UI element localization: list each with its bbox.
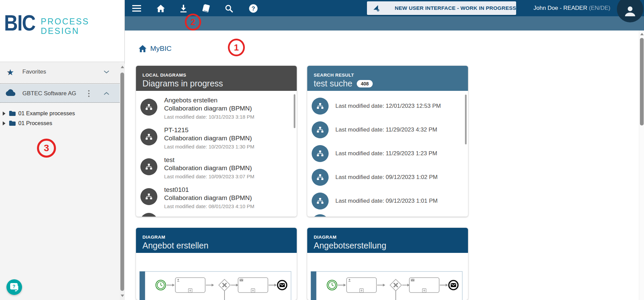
item-date: Last modified date: 09/12/2023 1:02 PM xyxy=(335,169,457,186)
chevron-down-icon[interactable] xyxy=(103,70,110,74)
folder-icon xyxy=(9,111,16,116)
diagram-icon xyxy=(140,128,157,145)
timer-start-event-icon xyxy=(156,280,166,290)
item-type: Collaboration diagram (BPMN) xyxy=(164,194,286,202)
list-item[interactable]: Last modified date: 09/12/2023 1:02 PM xyxy=(312,169,457,186)
favorites-label: Favorites xyxy=(22,68,46,75)
card-category: SEARCH RESULT xyxy=(314,73,354,78)
item-date: Last modified date: 08/01/2023 4:10 PM xyxy=(164,203,286,209)
menu-button[interactable] xyxy=(132,4,141,13)
help-button[interactable]: ? xyxy=(249,4,258,13)
diagram-preview[interactable] xyxy=(139,271,291,300)
timer-start-event-icon xyxy=(327,280,337,290)
sidebar-scrollbar[interactable] xyxy=(120,64,125,300)
item-type: Collaboration diagram (BPMN) xyxy=(164,134,286,142)
list-item[interactable]: PT-1215 Collaboration diagram (BPMN) Las… xyxy=(140,126,286,150)
card-scrollbar-thumb[interactable] xyxy=(294,94,295,128)
list-item[interactable]: Angebots erstellen Collaboration diagram… xyxy=(140,96,286,120)
user-locale: (EN/DE) xyxy=(589,5,610,11)
list-item[interactable]: test Collaboration diagram (BPMN) Last m… xyxy=(140,156,286,180)
diagram-icon xyxy=(140,99,157,116)
app-logo[interactable]: BIC PROCESS DESIGN xyxy=(0,0,124,62)
home-icon xyxy=(138,45,147,53)
send-task-shape xyxy=(409,278,439,293)
breadcrumb[interactable]: MyBIC xyxy=(138,44,172,53)
list-item[interactable]: test0101 Collaboration diagram (BPMN) La… xyxy=(140,186,286,209)
download-icon xyxy=(179,4,188,13)
diagram-icon xyxy=(312,121,329,138)
scroll-down-icon[interactable] xyxy=(121,295,124,297)
search-button[interactable] xyxy=(224,4,234,13)
diagram-icon xyxy=(312,145,329,162)
page-title: MyBIC xyxy=(150,44,172,53)
main-scrollbar-thumb[interactable] xyxy=(640,38,644,125)
diagram-preview[interactable] xyxy=(311,271,463,300)
chevron-up-icon[interactable] xyxy=(103,92,110,95)
chat-icon: ? xyxy=(6,279,22,295)
card-header: DIAGRAM Angebotserstellung xyxy=(307,228,468,253)
diagram-icon xyxy=(140,158,157,175)
menu-icon xyxy=(132,5,141,12)
chat-help-button[interactable]: ? xyxy=(6,279,22,295)
card-search-result: SEARCH RESULT test suche 408 Last modifi… xyxy=(307,66,468,217)
svg-text:?: ? xyxy=(252,5,255,12)
card-category: LOCAL DIAGRAMS xyxy=(142,73,186,78)
send-task-shape xyxy=(238,278,268,293)
bpmn-preview xyxy=(311,271,463,300)
workspace-menu-icon[interactable] xyxy=(88,90,90,98)
card-scrollbar-thumb[interactable] xyxy=(465,95,467,144)
sidebar: BIC PROCESS DESIGN ★ Favorites GBTEC Sof… xyxy=(0,0,125,300)
item-title: test xyxy=(164,156,286,164)
result-count-badge: 408 xyxy=(357,80,373,87)
item-date: Last modified date: 11/29/2023 4:32 PM xyxy=(335,121,457,138)
tree-item-processes[interactable]: 01 Processes xyxy=(0,119,120,128)
sidebar-item-favorites[interactable] xyxy=(0,62,120,84)
list-item[interactable]: Last modified date: 09/12/2023 1:01 PM xyxy=(312,193,457,209)
message-end-event-icon xyxy=(278,281,287,290)
svg-text:?: ? xyxy=(13,284,16,289)
home-button[interactable] xyxy=(156,4,165,13)
expand-arrow-icon[interactable] xyxy=(3,112,5,116)
scroll-up-icon[interactable] xyxy=(640,33,644,35)
card-diagram-angebotserstellung[interactable]: DIAGRAM Angebotserstellung xyxy=(307,228,468,300)
item-date: Last modified date: 09/12/2023 1:01 PM xyxy=(335,193,457,209)
card-header: DIAGRAM Angebot erstellen xyxy=(136,228,297,253)
tree-item-example-processes[interactable]: 01 Example processes xyxy=(0,109,120,119)
item-title: PT-1215 xyxy=(164,126,286,134)
manual-button[interactable] xyxy=(202,4,211,13)
list-item[interactable]: Last modified date: 11/29/2023 4:32 PM xyxy=(312,121,457,138)
card-header: SEARCH RESULT test suche 408 xyxy=(307,66,468,91)
card-title: Angebot erstellen xyxy=(142,241,209,251)
item-type: Collaboration diagram (BPMN) xyxy=(164,164,286,172)
home-icon xyxy=(156,4,165,13)
workspace-label: GBTEC Software AG xyxy=(22,90,76,97)
card-title: test suche 408 xyxy=(314,79,373,88)
logo-subtitle: PROCESS DESIGN xyxy=(41,17,89,36)
sidebar-scrollbar-thumb[interactable] xyxy=(120,73,124,291)
list-item[interactable]: Last modified date: 11/29/2023 1:23 PM xyxy=(312,145,457,162)
search-icon xyxy=(225,4,233,13)
diagram-icon xyxy=(312,193,329,209)
card-title: Diagrams in progress xyxy=(142,79,223,88)
download-button[interactable] xyxy=(179,4,188,13)
main-scrollbar[interactable] xyxy=(639,31,644,300)
top-navigation-bar: ? NEW USER INTERFACE - WORK IN PROGRESS … xyxy=(125,0,644,16)
scroll-up-icon[interactable] xyxy=(121,66,124,68)
card-diagram-angebot-erstellen[interactable]: DIAGRAM Angebot erstellen xyxy=(136,228,297,300)
user-task-shape xyxy=(347,278,376,293)
card-title: Angebotserstellung xyxy=(314,241,386,251)
new-ui-banner-button[interactable]: NEW USER INTERFACE - WORK IN PROGRESS xyxy=(367,1,516,15)
user-task-shape xyxy=(175,278,205,293)
card-header: LOCAL DIAGRAMS Diagrams in progress xyxy=(136,66,297,91)
help-icon: ? xyxy=(249,4,258,13)
expand-arrow-icon[interactable] xyxy=(3,121,5,125)
item-title: test0101 xyxy=(164,186,286,194)
cloud-icon xyxy=(5,89,16,96)
list-item[interactable]: Last modified date: 12/01/2023 12:53 PM xyxy=(312,98,457,115)
book-icon xyxy=(202,4,211,13)
card-category: DIAGRAM xyxy=(314,235,336,240)
card-title-text: test suche xyxy=(314,79,352,88)
user-label: John Doe - READER (EN/DE) xyxy=(533,0,610,16)
item-date: Last modified date: 12/01/2023 12:53 PM xyxy=(335,98,457,115)
folder-icon xyxy=(9,120,16,126)
